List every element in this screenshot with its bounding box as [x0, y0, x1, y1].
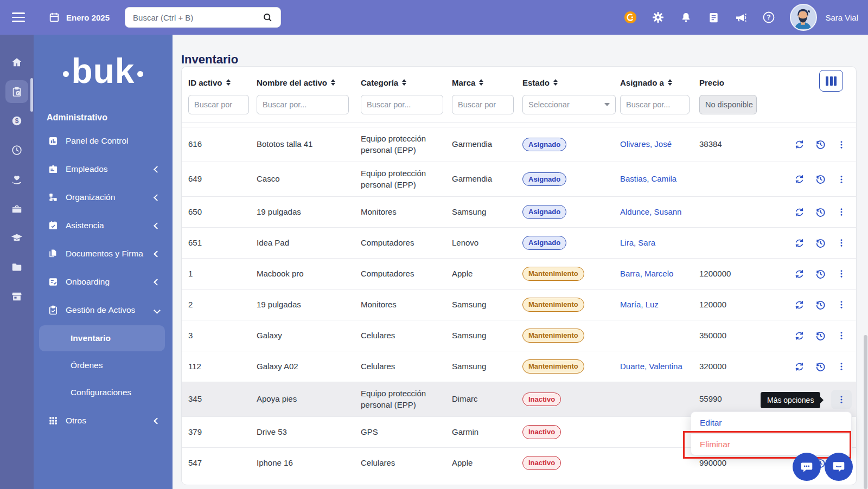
reassign-icon[interactable]	[793, 173, 805, 185]
reassign-icon[interactable]	[793, 268, 805, 280]
whats-new-icon[interactable]	[624, 11, 637, 24]
filter-input-3[interactable]	[452, 95, 514, 114]
status-badge: Inactivo	[522, 456, 561, 470]
reassign-icon[interactable]	[793, 299, 805, 311]
scrolled-row-sliver	[182, 123, 856, 127]
assignee-link[interactable]: María, Luz	[620, 300, 659, 309]
sidebar-subitem-configuraciones[interactable]: Configuraciones	[39, 379, 165, 406]
more-options-icon[interactable]	[835, 237, 847, 249]
sidebar-item-label: Documentos y Firma	[66, 249, 143, 259]
assets-clipboard-icon[interactable]	[5, 80, 28, 103]
sidebar-subitem--rdenes[interactable]: Órdenes	[39, 352, 165, 378]
column-header-marca[interactable]: Marca	[452, 75, 522, 89]
cell-brand: Samsung	[452, 299, 522, 310]
time-clock-icon[interactable]	[5, 139, 28, 162]
sort-icon[interactable]	[668, 79, 672, 86]
filter-input-1[interactable]	[257, 95, 349, 114]
more-options-icon[interactable]	[835, 330, 847, 342]
column-settings-button[interactable]	[819, 70, 843, 92]
cell-assignee: Lira, Sara	[620, 237, 699, 248]
sidebar-item-onboarding[interactable]: Onboarding	[34, 268, 173, 296]
sidebar-subitem-inventario[interactable]: Inventario	[39, 325, 165, 351]
history-icon[interactable]	[814, 299, 826, 311]
assignee-link[interactable]: Barra, Marcelo	[620, 269, 673, 278]
help-icon[interactable]: ?	[762, 11, 775, 24]
search-icon[interactable]	[261, 11, 274, 24]
menu-item-editar[interactable]: Editar	[691, 412, 851, 433]
history-icon[interactable]	[814, 173, 826, 185]
announcements-icon[interactable]	[735, 11, 748, 24]
more-options-icon[interactable]	[835, 206, 847, 218]
history-icon[interactable]	[814, 139, 826, 151]
reassign-icon[interactable]	[793, 330, 805, 342]
payroll-dollar-icon[interactable]: $	[5, 110, 28, 132]
training-graduation-icon[interactable]	[5, 227, 28, 249]
reassign-icon[interactable]	[793, 206, 805, 218]
reassign-icon[interactable]	[793, 139, 805, 151]
settings-icon[interactable]	[652, 11, 665, 24]
reassign-icon[interactable]	[793, 361, 805, 372]
chat-message-button[interactable]	[825, 453, 853, 481]
sidebar-item-panel-de-control[interactable]: Panel de Control	[34, 127, 173, 155]
more-options-icon[interactable]	[835, 173, 847, 185]
more-options-icon[interactable]	[835, 361, 847, 372]
sort-icon[interactable]	[331, 79, 335, 86]
sidebar-item-empleados[interactable]: Empleados	[34, 155, 173, 183]
assignee-link[interactable]: Aldunce, Susann	[620, 207, 681, 216]
chevron-left-icon	[154, 166, 161, 173]
more-options-icon[interactable]	[835, 268, 847, 280]
wellness-hand-heart-icon[interactable]	[5, 168, 28, 191]
assignee-link[interactable]: Bastias, Camila	[620, 174, 676, 183]
period-selector[interactable]: Enero 2025	[48, 11, 110, 24]
more-options-icon[interactable]	[835, 139, 847, 151]
column-header-id-activo[interactable]: ID activo	[188, 75, 257, 89]
chat-bubble-button[interactable]	[793, 453, 821, 481]
home-icon[interactable]	[5, 51, 28, 74]
column-header-estado[interactable]: Estado	[522, 75, 620, 89]
history-icon[interactable]	[814, 268, 826, 280]
sort-icon[interactable]	[553, 79, 558, 86]
table-row: 112Galaxy A02CelularesSamsungMantenimien…	[182, 351, 856, 382]
page-scrollbar[interactable]	[864, 335, 867, 489]
sidebar-item-gesti-n-de-activos[interactable]: Gestión de Activos	[34, 296, 173, 324]
user-avatar[interactable]	[790, 4, 817, 31]
history-icon[interactable]	[814, 330, 826, 342]
hamburger-menu-icon[interactable]	[12, 12, 25, 22]
precio-filter-disabled: No disponible	[699, 95, 757, 114]
column-header-asignado-a[interactable]: Asignado a	[620, 75, 699, 89]
assignee-link[interactable]: Lira, Sara	[620, 238, 655, 247]
filter-input-0[interactable]	[188, 95, 249, 114]
marketplace-store-icon[interactable]	[5, 285, 28, 308]
assignee-link[interactable]: Olivares, José	[620, 139, 672, 149]
reassign-icon[interactable]	[793, 237, 805, 249]
search-input[interactable]	[132, 12, 261, 23]
sidebar-item-asistencia[interactable]: Asistencia	[34, 211, 173, 240]
assignee-link[interactable]: Duarte, Valentina	[620, 362, 682, 371]
cell-status: Inactivo	[522, 425, 620, 439]
sidebar-item-otros[interactable]: Otros	[34, 407, 173, 435]
files-folder-icon[interactable]	[5, 256, 28, 279]
filter-input-5[interactable]	[620, 95, 690, 114]
filter-input-2[interactable]	[361, 95, 443, 114]
history-icon[interactable]	[814, 361, 826, 372]
benefits-box-icon[interactable]	[5, 197, 28, 220]
more-options-icon[interactable]	[835, 394, 847, 406]
estado-filter-select[interactable]: Seleccionar	[522, 95, 616, 114]
cell-category: Computadores	[361, 237, 452, 248]
column-header-nombre-del-activo[interactable]: Nombre del activo	[257, 75, 361, 89]
history-icon[interactable]	[814, 237, 826, 249]
sort-icon[interactable]	[226, 79, 231, 86]
cell-name: Iphone 16	[257, 458, 361, 468]
sidebar-item-label: Onboarding	[66, 277, 110, 287]
news-icon[interactable]	[707, 11, 720, 24]
more-options-icon[interactable]	[835, 299, 847, 311]
column-header-categor-a[interactable]: Categoría	[361, 75, 452, 89]
more-options-button-hovered[interactable]	[831, 390, 852, 409]
history-icon[interactable]	[814, 206, 826, 218]
user-name[interactable]: Sara Vial	[825, 13, 858, 22]
sidebar-item-documentos-y-firma[interactable]: Documentos y Firma	[34, 240, 173, 268]
sort-icon[interactable]	[479, 79, 483, 86]
notifications-icon[interactable]	[679, 11, 692, 24]
sidebar-item-organizaci-n[interactable]: Organización	[34, 183, 173, 211]
sort-icon[interactable]	[402, 79, 406, 86]
